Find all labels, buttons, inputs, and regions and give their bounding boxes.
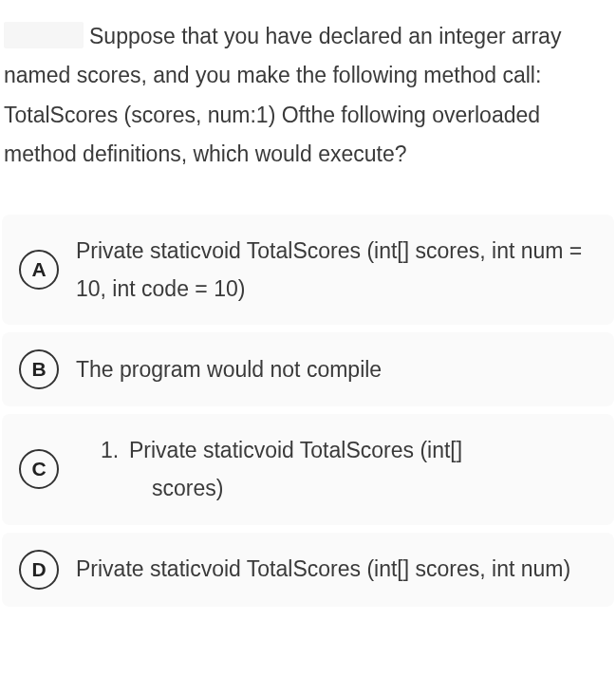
option-a[interactable]: A Private staticvoid TotalScores (int[] … xyxy=(2,215,614,326)
option-letter-c: C xyxy=(19,449,59,489)
redacted-badge xyxy=(4,22,84,48)
option-d[interactable]: D Private staticvoid TotalScores (int[] … xyxy=(2,533,614,607)
option-text-a: Private staticvoid TotalScores (int[] sc… xyxy=(76,232,601,309)
option-b[interactable]: B The program would not compile xyxy=(2,332,614,406)
option-text-b: The program would not compile xyxy=(76,350,601,388)
option-text-c: 1.Private staticvoid TotalScores (int[] … xyxy=(76,431,601,508)
option-c-number: 1. xyxy=(101,431,129,469)
option-letter-a: A xyxy=(19,250,59,290)
question-text: Suppose that you have declared an intege… xyxy=(4,24,561,166)
option-letter-d: D xyxy=(19,550,59,590)
option-letter-b: B xyxy=(19,349,59,389)
options-list: A Private staticvoid TotalScores (int[] … xyxy=(0,215,616,607)
option-text-d: Private staticvoid TotalScores (int[] sc… xyxy=(76,550,601,588)
option-c-line1: Private staticvoid TotalScores (int[] xyxy=(129,438,462,462)
option-c-line2: scores) xyxy=(101,469,601,507)
option-c[interactable]: C 1.Private staticvoid TotalScores (int[… xyxy=(2,414,614,525)
question-block: Suppose that you have declared an intege… xyxy=(0,0,616,175)
